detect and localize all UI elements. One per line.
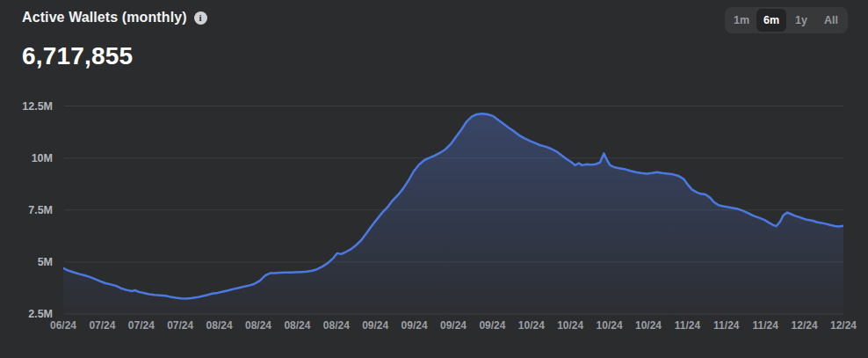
x-tick-label: 07/24 xyxy=(76,319,128,332)
x-tick-label: 08/24 xyxy=(310,319,363,332)
y-tick-label: 12.5M xyxy=(0,99,53,113)
x-tick-label: 06/24 xyxy=(37,319,90,332)
page-title: Active Wallets (monthly) xyxy=(22,10,187,26)
range-button-all[interactable]: All xyxy=(816,9,846,32)
x-tick-label: 10/24 xyxy=(544,319,597,332)
area-fill xyxy=(63,113,843,314)
metric-value: 6,717,855 xyxy=(22,42,133,70)
x-tick-label: 07/24 xyxy=(115,319,168,332)
x-tick-label: 08/24 xyxy=(193,319,246,332)
x-tick-label: 08/24 xyxy=(271,319,323,332)
y-tick-label: 2.5M xyxy=(0,307,53,321)
x-tick-label: 12/24 xyxy=(817,319,868,332)
x-tick-label: 09/24 xyxy=(466,319,518,332)
x-tick-label: 08/24 xyxy=(232,319,285,332)
y-tick-label: 7.5M xyxy=(0,203,53,217)
x-tick-label: 11/24 xyxy=(661,319,713,332)
y-tick-label: 5M xyxy=(0,255,53,269)
chart-header: Active Wallets (monthly) i xyxy=(22,10,207,26)
range-button-1m[interactable]: 1m xyxy=(727,9,756,32)
x-tick-label: 09/24 xyxy=(388,319,441,332)
x-tick-label: 09/24 xyxy=(349,319,401,332)
x-tick-label: 12/24 xyxy=(778,319,831,332)
y-tick-label: 10M xyxy=(0,151,53,165)
line-chart-plot[interactable] xyxy=(63,95,843,315)
x-tick-label: 11/24 xyxy=(739,319,792,332)
x-tick-label: 07/24 xyxy=(154,319,206,332)
range-selector: 1m6m1yAll xyxy=(725,7,848,33)
x-tick-label: 10/24 xyxy=(505,319,558,332)
x-tick-label: 09/24 xyxy=(427,319,480,332)
range-button-1y[interactable]: 1y xyxy=(786,9,816,32)
x-tick-label: 11/24 xyxy=(700,319,753,332)
x-tick-label: 10/24 xyxy=(583,319,636,332)
x-tick-label: 10/24 xyxy=(622,319,675,332)
info-icon[interactable]: i xyxy=(194,11,207,25)
range-button-6m[interactable]: 6m xyxy=(756,9,786,32)
